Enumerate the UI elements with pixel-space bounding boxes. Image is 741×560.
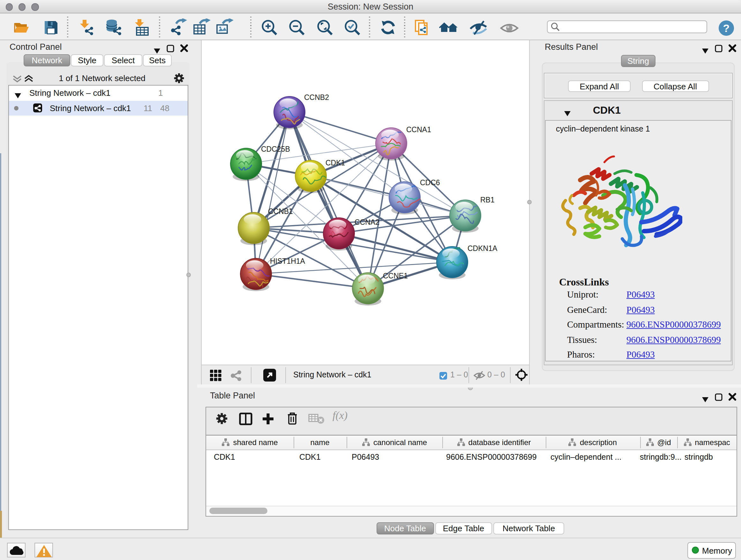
svg-text:CDKN1A: CDKN1A: [467, 244, 497, 253]
svg-text:CCNA2: CCNA2: [354, 218, 379, 226]
svg-text:CDK1: CDK1: [325, 159, 345, 167]
svg-text:CCNB1: CCNB1: [268, 207, 293, 215]
svg-text:HIST1H1A: HIST1H1A: [270, 257, 305, 265]
svg-text:CCNB2: CCNB2: [304, 93, 329, 102]
svg-text:CCNE1: CCNE1: [383, 272, 408, 280]
svg-text:RB1: RB1: [480, 196, 494, 204]
svg-text:CDC6: CDC6: [420, 179, 440, 187]
svg-text:CDC25B: CDC25B: [261, 145, 290, 153]
svg-text:?: ?: [723, 22, 730, 34]
svg-text:CCNA1: CCNA1: [406, 125, 431, 134]
